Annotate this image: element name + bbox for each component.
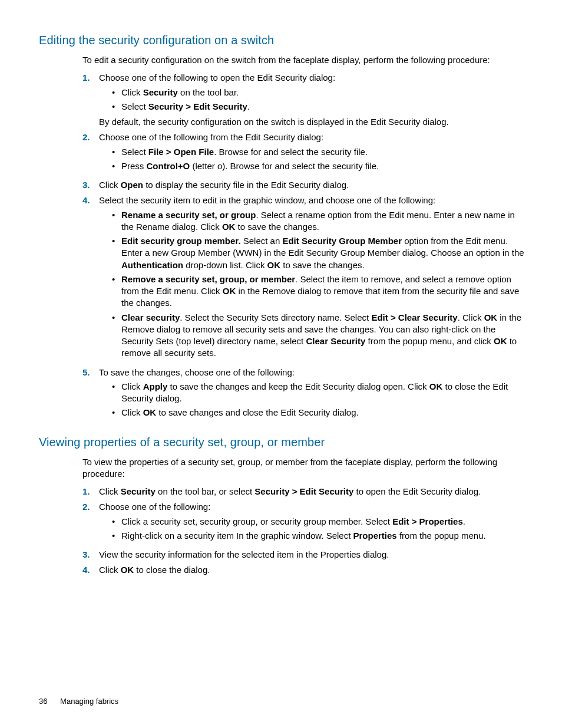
bold: Remove a security set, group, or member <box>121 274 295 284</box>
procedure-list-2: Click Security on the tool bar, or selec… <box>82 486 525 580</box>
heading-editing-security: Editing the security configuration on a … <box>39 32 525 48</box>
step-text: Select the security item to edit in the … <box>99 195 435 205</box>
page-footer: 36 Managing fabrics <box>39 696 118 707</box>
bold: Properties <box>353 531 397 541</box>
sub-list: Click Security on the tool bar. Select S… <box>99 87 525 116</box>
bold: Edit > Clear Security <box>371 312 457 322</box>
step-text: Choose one of the following: <box>99 502 210 512</box>
text: . <box>247 101 250 111</box>
text: drop-down list. Click <box>183 260 267 270</box>
text: Press <box>121 161 147 171</box>
list-item: Click Security on the tool bar. <box>112 87 525 101</box>
text: Click <box>99 486 121 496</box>
text: View the security information for the se… <box>99 549 389 559</box>
step-2: Choose one of the following from the Edi… <box>82 131 525 179</box>
footer-title: Managing fabrics <box>60 697 118 706</box>
text: . Click <box>458 312 484 322</box>
text: . <box>463 516 465 526</box>
step-4: Select the security item to edit in the … <box>82 195 525 366</box>
bold: OK <box>223 286 236 296</box>
bold: OK <box>222 222 236 232</box>
text: from the popup menu. <box>397 531 486 541</box>
text: Click <box>99 180 121 190</box>
text: to save the changes and keep the Edit Se… <box>167 381 429 391</box>
intro-paragraph: To view the properties of a security set… <box>82 456 525 480</box>
bold: Security > Edit Security <box>148 101 247 111</box>
bold: OK <box>267 260 281 270</box>
bold: OK <box>143 407 157 417</box>
list-item: Select Security > Edit Security. <box>112 101 525 115</box>
bold: Control+O <box>147 161 190 171</box>
page-number: 36 <box>39 697 47 706</box>
text: to save the changes. <box>235 222 319 232</box>
bold: OK <box>494 336 507 346</box>
text: to open the Edit Security dialog. <box>353 486 481 496</box>
bold: Edit security group member. <box>121 236 241 246</box>
text: on the tool bar, or select <box>156 486 254 496</box>
intro-paragraph: To edit a security configuration on the … <box>82 54 525 66</box>
step-2: Choose one of the following: Click a sec… <box>82 501 525 549</box>
page: Editing the security configuration on a … <box>0 0 562 728</box>
bold: Clear Security <box>306 336 365 346</box>
heading-viewing-properties: Viewing properties of a security set, gr… <box>39 434 525 450</box>
bold: Security <box>143 87 178 97</box>
step-1: Click Security on the tool bar, or selec… <box>82 486 525 501</box>
bold: Edit Security Group Member <box>282 236 402 246</box>
sub-list: Rename a security set, or group. Select … <box>99 209 525 362</box>
bold: Clear security <box>121 312 180 322</box>
step-3: Click Open to display the security file … <box>82 179 525 195</box>
text: Select an <box>241 236 283 246</box>
list-item: Right-click on a security item In the gr… <box>112 530 525 544</box>
bold: OK <box>121 565 134 575</box>
step-3: View the security information for the se… <box>82 549 525 564</box>
bold: Security <box>121 486 156 496</box>
bold: Edit > Properties <box>392 516 463 526</box>
list-item: Rename a security set, or group. Select … <box>112 209 525 236</box>
bold: Security > Edit Security <box>254 486 353 496</box>
step-text: Choose one of the following from the Edi… <box>99 132 323 142</box>
bold: Rename a security set, or group <box>121 210 256 220</box>
list-item: Clear security. Select the Security Sets… <box>112 312 525 362</box>
text: Select <box>121 101 148 111</box>
bold: OK <box>484 312 498 322</box>
step-note: By default, the security configuration o… <box>99 116 525 128</box>
text: Click <box>121 87 143 97</box>
list-item: Remove a security set, group, or member.… <box>112 274 525 312</box>
step-5: To save the changes, choose one of the f… <box>82 367 525 426</box>
sub-list: Select File > Open File. Browse for and … <box>99 146 525 175</box>
text: to close the dialog. <box>134 565 210 575</box>
step-1: Choose one of the following to open the … <box>82 72 525 131</box>
list-item: Click OK to save changes and close the E… <box>112 407 525 421</box>
list-item: Edit security group member. Select an Ed… <box>112 235 525 274</box>
step-4: Click OK to close the dialog. <box>82 564 525 579</box>
text: . Browse for and select the security fil… <box>214 147 368 157</box>
text: to save changes and close the Edit Secur… <box>156 407 359 417</box>
list-item: Click a security set, security group, or… <box>112 516 525 530</box>
text: Click <box>99 565 121 575</box>
step-text: Choose one of the following to open the … <box>99 73 335 83</box>
list-item: Select File > Open File. Browse for and … <box>112 146 525 160</box>
bold: File > Open File <box>148 147 214 157</box>
bold: Apply <box>143 381 168 391</box>
text: Click <box>121 381 143 391</box>
text: . Select the Security Sets directory nam… <box>180 312 371 322</box>
list-item: Press Control+O (letter o). Browse for a… <box>112 160 525 174</box>
text: (letter o). Browse for and select the se… <box>190 161 379 171</box>
bold: Open <box>121 180 143 190</box>
text: Right-click on a security item In the gr… <box>121 531 353 541</box>
step-text: To save the changes, choose one of the f… <box>99 367 295 377</box>
list-item: Click Apply to save the changes and keep… <box>112 381 525 407</box>
procedure-list-1: Choose one of the following to open the … <box>82 72 525 426</box>
text: from the popup menu, and click <box>365 336 494 346</box>
bold: OK <box>429 381 443 391</box>
text: Select <box>121 147 148 157</box>
text: to save the changes. <box>280 260 365 270</box>
sub-list: Click Apply to save the changes and keep… <box>99 381 525 421</box>
text: Click <box>121 407 143 417</box>
sub-list: Click a security set, security group, or… <box>99 516 525 545</box>
text: Click a security set, security group, or… <box>121 516 392 526</box>
bold: Authentication <box>121 260 183 270</box>
text: to display the security file in the Edit… <box>143 180 349 190</box>
text: on the tool bar. <box>178 87 239 97</box>
